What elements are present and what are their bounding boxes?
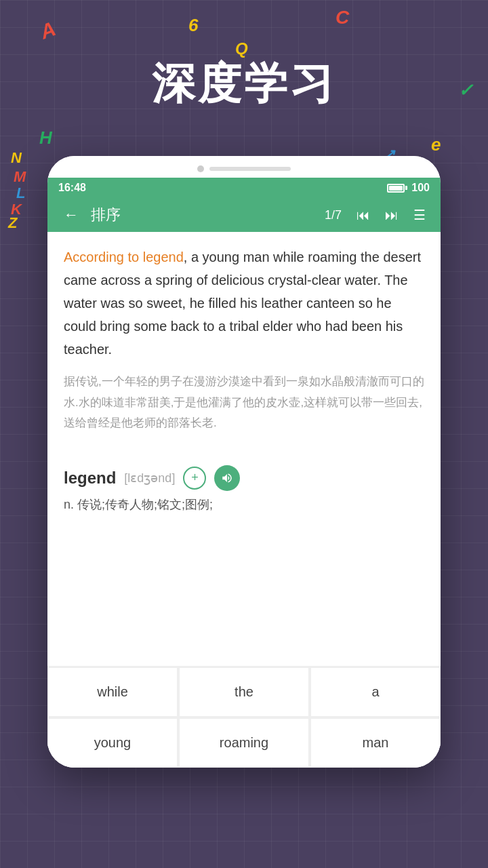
battery-body	[387, 184, 405, 193]
toolbar-title: 排序	[91, 205, 318, 225]
status-bar: 16:48 100	[47, 178, 441, 198]
battery-tip	[405, 186, 407, 190]
answer-cell-while[interactable]: while	[47, 667, 178, 717]
answer-cell-the[interactable]: the	[179, 667, 309, 717]
word-main: legend	[64, 469, 116, 488]
floating-letter-6: M	[14, 168, 26, 186]
chinese-translation: 据传说,一个年轻的男子在漫游沙漠途中看到一泉如水晶般清澈而可口的水.水的味道非常…	[64, 372, 424, 434]
floating-letter-0: A	[37, 17, 59, 43]
page-indicator: 1/7	[325, 208, 342, 222]
status-right: 100	[387, 182, 430, 194]
battery-percent: 100	[411, 182, 430, 194]
phone-top-bar	[47, 156, 441, 178]
speaker-button[interactable]	[214, 465, 240, 491]
answer-cell-man[interactable]: man	[310, 718, 441, 768]
answer-cell-a[interactable]: a	[310, 667, 441, 717]
main-title: 深度学习	[0, 54, 488, 113]
floating-letter-9: Z	[8, 214, 17, 232]
answer-cell-young[interactable]: young	[47, 718, 178, 768]
prev-button[interactable]: ⏮	[352, 205, 374, 226]
floating-letter-4: H	[39, 127, 52, 149]
floating-letter-11: e	[431, 134, 441, 155]
passage-text: According to legend, a young man while r…	[64, 245, 424, 361]
word-definition: n. 传说;传奇人物;铭文;图例;	[64, 496, 424, 513]
floating-letter-1: 6	[188, 15, 198, 36]
phone-line	[209, 167, 291, 171]
battery-icon	[387, 184, 407, 193]
speaker-icon	[221, 472, 233, 484]
word-phonetic: [lɛdʒənd]	[124, 471, 175, 486]
floating-letter-7: L	[16, 184, 25, 202]
word-section: legend [lɛdʒənd] + n. 传说;传奇人物;铭文;图例;	[64, 454, 424, 513]
menu-button[interactable]: ☰	[409, 204, 430, 226]
phone-dot	[197, 165, 204, 172]
add-word-button[interactable]: +	[183, 467, 206, 490]
highlight-phrase: According to legend	[64, 250, 184, 264]
back-button[interactable]: ←	[58, 203, 84, 226]
floating-letter-5: N	[11, 149, 22, 167]
word-header: legend [lɛdʒənd] +	[64, 465, 424, 491]
answer-grid: while the a young roaming man	[47, 666, 441, 768]
battery-fill	[389, 186, 403, 191]
main-title-area: 深度学习	[0, 54, 488, 113]
floating-letter-2: C	[336, 7, 349, 28]
phone-mockup: 16:48 100 ← 排序 1/7 ⏮ ⏭ ☰ According to le…	[47, 156, 441, 768]
answer-cell-roaming[interactable]: roaming	[179, 718, 309, 768]
toolbar: ← 排序 1/7 ⏮ ⏭ ☰	[47, 198, 441, 232]
status-time: 16:48	[58, 182, 86, 194]
content-area: According to legend, a young man while r…	[47, 232, 441, 639]
next-button[interactable]: ⏭	[381, 205, 403, 226]
passage-text-after: , a young man while roaming the desert c…	[64, 250, 421, 357]
